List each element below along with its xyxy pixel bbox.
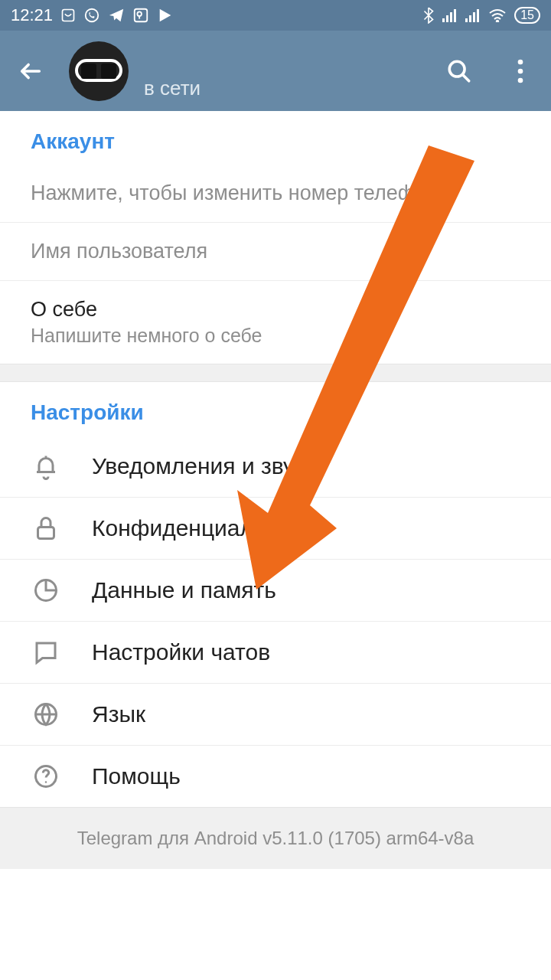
help-icon [23,763,69,790]
svg-point-1 [86,9,99,22]
wifi-icon [488,8,507,22]
battery-indicator: 15 [514,7,540,24]
svg-rect-9 [469,15,471,22]
help-row[interactable]: Помощь [0,746,551,807]
account-section: Аккаунт Нажмите, чтобы изменить номер те… [0,111,551,364]
help-label: Помощь [92,763,181,789]
telegram-icon [108,7,125,24]
language-row[interactable]: Язык [0,684,551,746]
username-label: Имя пользователя [31,240,520,263]
pie-chart-icon [23,577,69,604]
back-button[interactable] [15,56,46,87]
app-icon-1 [60,8,76,23]
battery-level: 15 [520,8,534,22]
svg-rect-11 [477,9,479,22]
lock-icon [23,514,69,542]
bluetooth-icon [422,7,435,24]
settings-section: Настройки Уведомления и звук Конфиденциа… [0,382,551,807]
version-text: Telegram для Android v5.11.0 (1705) arm6… [77,828,474,848]
svg-rect-8 [465,18,468,22]
about-hint: Напишите немного о себе [31,325,520,347]
svg-rect-4 [442,18,445,22]
content-scroll[interactable]: Аккаунт Нажмите, чтобы изменить номер те… [0,111,551,980]
signal-1-icon [442,8,458,22]
whatsapp-icon [83,7,100,24]
more-menu-button[interactable] [505,56,536,87]
svg-rect-5 [446,15,448,22]
svg-point-21 [45,781,47,782]
chat-icon [23,639,69,666]
bell-icon [23,452,69,480]
svg-rect-7 [454,9,456,22]
status-time: 12:21 [11,5,53,25]
chats-label: Настройки чатов [92,639,270,665]
data-row[interactable]: Данные и память [0,560,551,622]
svg-rect-10 [473,12,475,22]
account-section-title: Аккаунт [0,111,551,165]
svg-rect-6 [450,12,452,22]
version-footer: Telegram для Android v5.11.0 (1705) arm6… [0,807,551,869]
about-row[interactable]: О себе Напишите немного о себе [0,281,551,364]
svg-point-15 [518,68,523,74]
svg-point-16 [518,77,523,83]
app-bar: в сети [0,31,551,111]
avatar[interactable] [69,41,129,101]
globe-icon [23,701,69,728]
maps-icon [132,7,149,24]
notifications-row[interactable]: Уведомления и звук [0,436,551,498]
svg-point-3 [137,11,142,16]
language-label: Язык [92,701,145,727]
svg-point-12 [497,21,498,22]
user-status: в сети [144,77,201,100]
svg-point-14 [518,59,523,64]
about-title: О себе [31,298,520,322]
search-button[interactable] [444,56,474,87]
settings-section-title: Настройки [0,382,551,436]
phone-hint: Нажмите, чтобы изменить номер телефона [31,181,520,205]
privacy-row[interactable]: Конфиденциальность [0,498,551,560]
section-divider [0,364,551,382]
chats-row[interactable]: Настройки чатов [0,622,551,684]
data-label: Данные и память [92,577,276,603]
username-row[interactable]: Имя пользователя [0,223,551,281]
notifications-label: Уведомления и звук [92,453,305,479]
status-bar: 12:21 15 [0,0,551,31]
signal-2-icon [465,8,481,22]
play-store-icon [157,7,174,24]
svg-rect-17 [38,528,54,539]
privacy-label: Конфиденциальность [92,515,324,541]
phone-row[interactable]: Нажмите, чтобы изменить номер телефона [0,165,551,223]
